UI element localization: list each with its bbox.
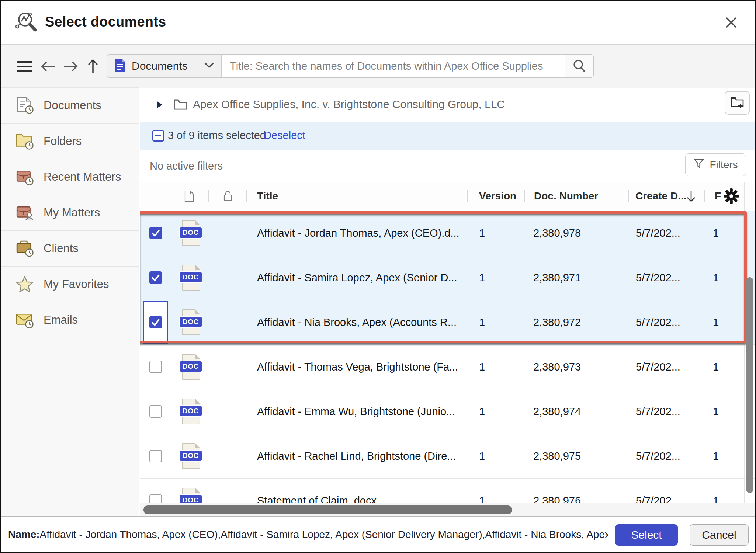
row-checkbox[interactable] — [149, 361, 162, 373]
doc-badge: DOC — [179, 405, 202, 417]
sidebar-item-recent-matters[interactable]: Recent Matters — [1, 159, 139, 195]
row-doc-number: 2,380,971 — [533, 255, 581, 300]
row-checkbox-cell[interactable] — [143, 435, 168, 477]
document-analysis-search-icon — [15, 10, 39, 35]
row-checkbox[interactable] — [149, 227, 162, 239]
indeterminate-checkbox[interactable] — [152, 130, 164, 142]
row-checkbox[interactable] — [149, 450, 162, 462]
sidebar-item-my-favorites[interactable]: My Favorites — [1, 267, 139, 302]
sidebar-item-my-matters[interactable]: My Matters — [1, 195, 139, 231]
row-create-date: 5/7/202... — [636, 300, 680, 344]
row-create-date: 5/7/202... — [636, 345, 680, 389]
emails-icon — [14, 311, 35, 329]
funnel-icon — [693, 158, 704, 172]
filters-button-label: Filters — [710, 159, 738, 171]
breadcrumb: Apex Office Supplies, Inc. v. Brightston… — [140, 88, 756, 123]
search-combo: Documents — [107, 54, 594, 78]
table-row[interactable]: DOC Affidavit - Emma Wu, Brightstone (Ju… — [140, 389, 756, 434]
doc-badge: DOC — [179, 271, 202, 283]
scope-dropdown[interactable]: Documents — [107, 55, 222, 77]
row-version: 1 — [479, 345, 485, 389]
row-doc-number: 2,380,978 — [533, 211, 581, 255]
filters-button[interactable]: Filters — [685, 153, 746, 176]
hamburger-icon[interactable] — [15, 45, 34, 88]
gear-icon[interactable] — [723, 188, 739, 207]
chevron-down-icon — [204, 62, 215, 70]
row-title[interactable]: Affidavit - Nia Brooks, Apex (Accounts R… — [257, 300, 457, 344]
row-checkbox[interactable] — [149, 271, 162, 284]
row-checkbox[interactable] — [149, 405, 162, 418]
row-checkbox-cell[interactable] — [143, 390, 168, 433]
column-version[interactable]: Version — [479, 190, 516, 202]
column-title[interactable]: Title — [257, 190, 278, 202]
table-row[interactable]: DOC Affidavit - Rachel Lind, Brightstone… — [140, 434, 756, 479]
row-checkbox-cell[interactable] — [143, 301, 168, 344]
doc-file-icon: DOC — [179, 265, 203, 292]
up-arrow-icon[interactable] — [85, 45, 101, 88]
cancel-button[interactable]: Cancel — [690, 524, 749, 546]
doc-badge: DOC — [179, 361, 202, 372]
horizontal-scrollbar[interactable] — [140, 503, 756, 516]
row-title[interactable]: Affidavit - Emma Wu, Brightstone (Junio.… — [257, 389, 455, 434]
row-create-date: 5/7/202... — [636, 211, 680, 255]
row-last-col: 1 — [713, 211, 719, 255]
column-create-date[interactable]: Create D... — [635, 190, 687, 202]
forward-arrow-icon[interactable] — [62, 45, 80, 88]
vertical-scrollbar-thumb[interactable] — [746, 277, 753, 493]
row-checkbox-cell[interactable] — [143, 345, 168, 388]
breadcrumb-matter-name[interactable]: Apex Office Supplies, Inc. v. Brightston… — [193, 98, 505, 111]
sidebar-item-folders[interactable]: Folders — [1, 124, 139, 159]
star-icon — [14, 275, 35, 293]
doc-badge: DOC — [179, 227, 202, 239]
row-last-col: 1 — [713, 389, 719, 434]
sidebar-item-documents[interactable]: Documents — [1, 87, 139, 124]
main-panel: Apex Office Supplies, Inc. v. Brightston… — [140, 88, 756, 516]
filters-bar: No active filters Filters — [140, 150, 756, 182]
selection-bar: 3 of 9 items selected Deselect — [140, 122, 756, 151]
doc-badge: DOC — [179, 316, 202, 328]
active-filters-status: No active filters — [150, 160, 223, 172]
search-icon[interactable] — [565, 55, 593, 77]
row-checkbox-cell[interactable] — [143, 256, 168, 299]
column-truncated[interactable]: F — [715, 190, 721, 202]
row-last-col: 1 — [713, 300, 719, 344]
clients-icon — [14, 239, 35, 258]
row-title[interactable]: Affidavit - Rachel Lind, Brightstone (Di… — [257, 434, 456, 478]
back-arrow-icon[interactable] — [39, 45, 57, 88]
row-checkbox-cell[interactable] — [143, 212, 168, 254]
row-checkbox[interactable] — [149, 316, 162, 328]
row-version: 1 — [479, 211, 485, 255]
dialog-header: Select documents — [1, 1, 755, 45]
row-title[interactable]: Affidavit - Samira Lopez, Apex (Senior D… — [257, 255, 457, 300]
row-last-col: 1 — [713, 345, 719, 389]
row-version: 1 — [479, 389, 485, 434]
select-button[interactable]: Select — [615, 524, 678, 546]
scope-dropdown-label: Documents — [132, 60, 198, 72]
row-create-date: 5/7/202... — [636, 434, 680, 478]
row-last-col: 1 — [713, 434, 719, 478]
table-row[interactable]: DOC Affidavit - Jordan Thomas, Apex (CEO… — [140, 211, 756, 255]
row-version: 1 — [479, 255, 485, 300]
table-row[interactable]: DOC Affidavit - Thomas Vega, Brightstone… — [140, 345, 756, 389]
new-folder-button[interactable] — [725, 91, 750, 115]
close-icon[interactable] — [725, 16, 738, 29]
table-row[interactable]: DOC Affidavit - Nia Brooks, Apex (Accoun… — [140, 300, 756, 345]
caret-right-icon[interactable] — [157, 101, 162, 108]
selection-status: 3 of 9 items selected — [168, 129, 266, 142]
deselect-link[interactable]: Deselect — [264, 129, 305, 142]
horizontal-scrollbar-thumb[interactable] — [143, 505, 512, 514]
file-icon[interactable] — [184, 190, 194, 205]
dialog-title: Select documents — [45, 14, 166, 30]
sidebar-item-emails[interactable]: Emails — [1, 302, 139, 338]
row-doc-number: 2,380,972 — [533, 300, 581, 344]
sidebar-item-clients[interactable]: Clients — [1, 231, 139, 267]
sort-descending-arrow-icon[interactable] — [686, 189, 697, 206]
doc-badge: DOC — [179, 450, 202, 462]
table-row[interactable]: DOC Affidavit - Samira Lopez, Apex (Seni… — [140, 255, 756, 300]
row-title[interactable]: Affidavit - Thomas Vega, Brightstone (Fa… — [257, 345, 458, 389]
row-doc-number: 2,380,975 — [533, 434, 581, 478]
row-title[interactable]: Affidavit - Jordan Thomas, Apex (CEO).d.… — [257, 211, 460, 255]
lock-icon[interactable] — [223, 190, 233, 205]
column-doc-number[interactable]: Doc. Number — [534, 190, 598, 202]
search-input[interactable] — [222, 55, 565, 77]
